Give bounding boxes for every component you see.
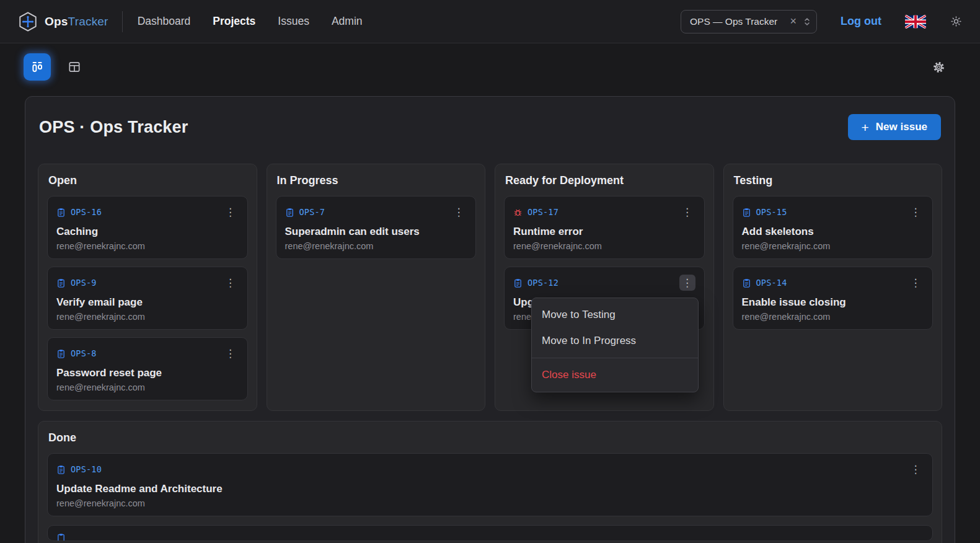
uk-flag-icon[interactable] [905,15,926,29]
menu-item-move-to-in-progress[interactable]: Move to In Progress [532,328,698,354]
issue-title: Superadmin can edit users [285,226,467,238]
page-title: OPS · Ops Tracker [39,118,188,137]
issue-id-link[interactable]: OPS-7 [285,207,325,217]
issue-assignee: rene@renekrajnc.com [56,241,239,251]
nav-divider [122,11,123,32]
brand-logo[interactable]: OpsTracker [17,11,108,32]
task-icon [742,208,751,217]
task-icon [56,533,66,541]
kebab-menu-icon[interactable]: ⋮ [907,204,924,220]
issue-card[interactable]: OPS-15 ⋮ Add skeletons rene@renekrajnc.c… [733,196,934,259]
issue-title: Runtime error [513,226,695,238]
task-icon [56,465,66,474]
task-icon [56,208,66,217]
chevron-updown-icon [804,17,810,27]
hexagon-cross-icon [17,11,38,32]
logout-link[interactable]: Log out [841,15,881,28]
column-done: Done OPS-10 ⋮ Update Readme and Architec… [38,421,942,543]
issue-id-link[interactable]: OPS-10 [56,464,102,474]
column-in-progress: In Progress OPS-7 ⋮ [267,164,486,411]
kebab-menu-icon[interactable]: ⋮ [907,461,924,477]
theme-sun-icon[interactable] [950,15,963,28]
menu-item-move-to-testing[interactable]: Move to Testing [532,302,698,328]
issue-title: Add skeletons [742,226,924,238]
board-panel: OPS · Ops Tracker + New issue Open [25,96,955,543]
issue-card-partial[interactable] [47,525,933,541]
issue-assignee: rene@renekrajnc.com [742,312,924,322]
board-view-button[interactable] [24,53,51,81]
issue-id-link[interactable]: OPS-17 [513,207,558,217]
task-icon [513,278,523,288]
project-select[interactable]: OPS — Ops Tracker × [681,10,817,33]
issue-id-link[interactable]: OPS-9 [56,278,97,288]
kebab-menu-icon[interactable]: ⋮ [679,204,695,220]
kanban-columns: Open OPS-16 ⋮ C [38,164,942,411]
plus-icon: + [862,121,869,134]
issue-card[interactable]: OPS-17 ⋮ Runtime error rene@renekrajnc.c… [504,196,705,259]
kebab-menu-icon[interactable]: ⋮ [451,204,467,220]
task-icon [56,349,66,358]
issue-card[interactable]: OPS-8 ⋮ Password reset page rene@renekra… [47,337,248,400]
issue-assignee: rene@renekrajnc.com [56,382,239,392]
nav-link-dashboard[interactable]: Dashboard [138,15,191,28]
bug-icon [513,208,523,217]
column-title: Ready for Deployment [505,174,705,187]
issue-id-link[interactable]: OPS-14 [742,278,787,288]
issue-title: Password reset page [56,367,239,379]
view-toolbar [0,43,980,81]
issue-card[interactable]: OPS-9 ⋮ Verify email page rene@renekrajn… [47,267,248,330]
column-title: In Progress [277,174,477,187]
column-open: Open OPS-16 ⋮ C [38,164,257,411]
issue-title: Caching [56,226,239,238]
issue-title: Update Readme and Architecture [56,483,924,495]
brand-name: OpsTracker [45,15,108,29]
column-testing: Testing OPS-15 ⋮ [723,164,943,411]
task-icon [56,278,66,288]
kebab-menu-icon[interactable]: ⋮ [223,345,239,361]
kebab-menu-icon[interactable]: ⋮ [223,204,239,220]
nav-link-admin[interactable]: Admin [332,15,363,28]
kebab-menu-icon[interactable]: ⋮ [907,275,924,291]
card-context-menu: Move to Testing Move to In Progress Clos… [531,298,699,392]
settings-gear-icon[interactable] [932,61,945,74]
issue-card[interactable]: OPS-16 ⋮ Caching rene@renekrajnc.com [47,196,248,259]
issue-assignee: rene@renekrajnc.com [742,241,924,251]
issue-id-link[interactable]: OPS-16 [56,207,102,217]
kebab-menu-icon[interactable]: ⋮ [223,275,239,291]
task-icon [742,278,751,288]
issue-id-link[interactable]: OPS-15 [742,207,787,217]
table-view-button[interactable] [61,53,88,81]
main-nav: Dashboard Projects Issues Admin [138,15,385,28]
menu-divider [532,358,698,358]
kebab-menu-icon[interactable]: ⋮ [679,275,695,291]
issue-card[interactable]: OPS-10 ⋮ Update Readme and Architecture … [47,453,933,516]
column-ready-for-deployment: Ready for Deployment [495,164,714,411]
new-issue-button[interactable]: + New issue [848,114,941,140]
nav-link-projects[interactable]: Projects [213,15,255,28]
issue-assignee: rene@renekrajnc.com [56,312,239,322]
issue-assignee: rene@renekrajnc.com [285,241,467,251]
nav-link-issues[interactable]: Issues [278,15,309,28]
issue-card-menu-open[interactable]: OPS-12 ⋮ Upg rene@renekrajnc.com Move to… [504,267,705,330]
column-title: Testing [734,174,934,187]
project-select-value: OPS — Ops Tracker [690,16,782,27]
task-icon [285,208,294,217]
issue-id-link[interactable]: OPS-12 [513,278,558,288]
navbar: OpsTracker Dashboard Projects Issues Adm… [0,0,980,43]
issue-title: Enable issue closing [742,296,924,309]
issue-title: Verify email page [56,296,239,309]
issue-card[interactable]: OPS-7 ⋮ Superadmin can edit users rene@r… [276,196,477,259]
issue-assignee: rene@renekrajnc.com [513,241,695,251]
issue-id-link[interactable]: OPS-8 [56,348,97,358]
issue-assignee: rene@renekrajnc.com [56,498,924,508]
menu-item-close-issue[interactable]: Close issue [532,362,698,388]
clear-icon[interactable]: × [789,15,798,28]
issue-card[interactable]: OPS-14 ⋮ Enable issue closing rene@renek… [733,267,934,330]
column-title: Done [48,431,933,444]
column-title: Open [48,174,248,187]
